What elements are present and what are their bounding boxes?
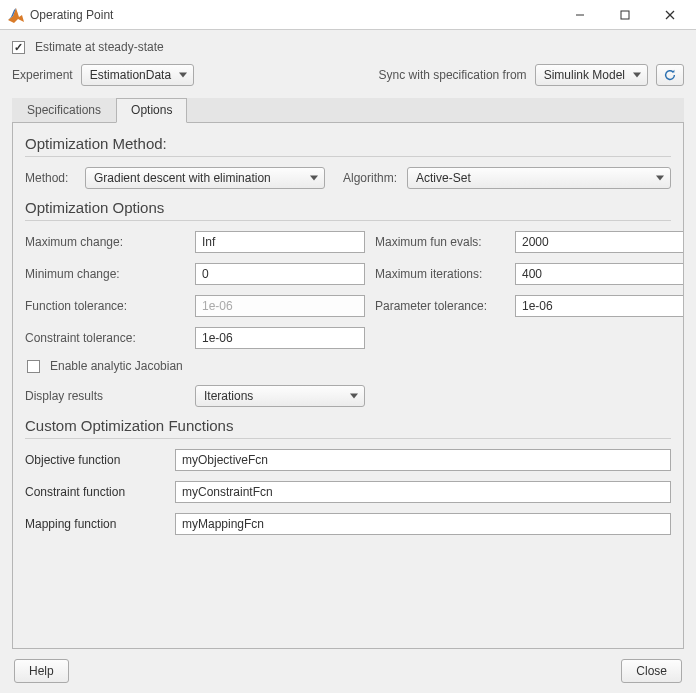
chevron-down-icon — [350, 394, 358, 399]
algorithm-select[interactable]: Active-Set — [407, 167, 671, 189]
constraint-fn-label: Constraint function — [25, 485, 165, 499]
func-tol-input — [195, 295, 365, 317]
sync-source-value: Simulink Model — [544, 68, 625, 82]
tabs: Specifications Options — [12, 98, 684, 123]
estimate-steady-state-row: Estimate at steady-state — [12, 40, 684, 54]
jacobian-label: Enable analytic Jacobian — [50, 359, 183, 373]
section-optimization-options: Optimization Options — [25, 199, 671, 216]
display-results-select[interactable]: Iterations — [195, 385, 365, 407]
con-tol-label: Constraint tolerance: — [25, 331, 185, 345]
mapping-fn-input[interactable] — [175, 513, 671, 535]
minimize-button[interactable] — [557, 1, 602, 29]
method-label: Method: — [25, 171, 75, 185]
sync-source-select[interactable]: Simulink Model — [535, 64, 648, 86]
max-fun-evals-label: Maximum fun evals: — [375, 235, 505, 249]
chevron-down-icon — [656, 176, 664, 181]
max-change-input[interactable] — [195, 231, 365, 253]
max-iter-label: Maximum iterations: — [375, 267, 505, 281]
experiment-select-value: EstimationData — [90, 68, 171, 82]
estimate-steady-state-checkbox[interactable] — [12, 41, 25, 54]
tab-options[interactable]: Options — [116, 98, 187, 123]
experiment-select[interactable]: EstimationData — [81, 64, 194, 86]
section-custom-functions: Custom Optimization Functions — [25, 417, 671, 434]
min-change-input[interactable] — [195, 263, 365, 285]
tab-specifications[interactable]: Specifications — [12, 98, 116, 123]
chevron-down-icon — [179, 73, 187, 78]
section-optimization-method: Optimization Method: — [25, 135, 671, 152]
display-results-value: Iterations — [204, 389, 253, 403]
experiment-label: Experiment — [12, 68, 73, 82]
algorithm-label: Algorithm: — [343, 171, 397, 185]
window-title: Operating Point — [30, 8, 557, 22]
titlebar: Operating Point — [0, 0, 696, 30]
estimate-steady-state-label: Estimate at steady-state — [35, 40, 164, 54]
chevron-down-icon — [310, 176, 318, 181]
mapping-fn-label: Mapping function — [25, 517, 165, 531]
help-button[interactable]: Help — [14, 659, 69, 683]
sync-label: Sync with specification from — [379, 68, 527, 82]
divider — [25, 220, 671, 221]
chevron-down-icon — [633, 73, 641, 78]
param-tol-label: Parameter tolerance: — [375, 299, 505, 313]
method-select[interactable]: Gradient descent with elimination — [85, 167, 325, 189]
refresh-icon — [663, 68, 677, 82]
divider — [25, 438, 671, 439]
close-button[interactable]: Close — [621, 659, 682, 683]
max-change-label: Maximum change: — [25, 235, 185, 249]
func-tol-label: Function tolerance: — [25, 299, 185, 313]
display-results-label: Display results — [25, 389, 185, 403]
con-tol-input[interactable] — [195, 327, 365, 349]
close-window-button[interactable] — [647, 1, 692, 29]
jacobian-checkbox[interactable] — [27, 360, 40, 373]
options-panel: Optimization Method: Method: Gradient de… — [12, 123, 684, 649]
max-iter-input[interactable] — [515, 263, 684, 285]
min-change-label: Minimum change: — [25, 267, 185, 281]
objective-fn-input[interactable] — [175, 449, 671, 471]
method-select-value: Gradient descent with elimination — [94, 171, 271, 185]
matlab-logo-icon — [8, 7, 24, 23]
divider — [25, 156, 671, 157]
objective-fn-label: Objective function — [25, 453, 165, 467]
svg-rect-1 — [621, 11, 629, 19]
algorithm-select-value: Active-Set — [416, 171, 471, 185]
maximize-button[interactable] — [602, 1, 647, 29]
refresh-button[interactable] — [656, 64, 684, 86]
constraint-fn-input[interactable] — [175, 481, 671, 503]
param-tol-input[interactable] — [515, 295, 684, 317]
max-fun-evals-input[interactable] — [515, 231, 684, 253]
